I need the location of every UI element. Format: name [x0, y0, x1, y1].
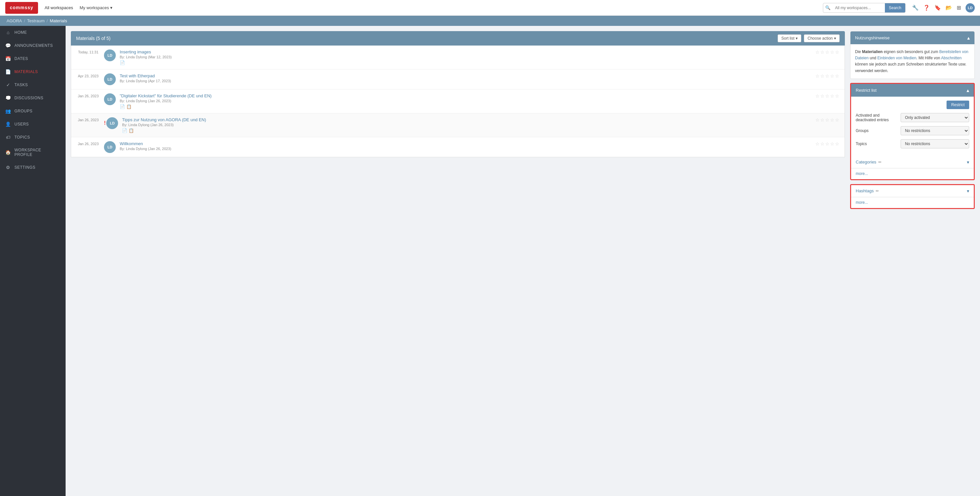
- restrict-button[interactable]: Restrict: [947, 101, 969, 109]
- star-3[interactable]: ☆: [825, 73, 829, 79]
- hashtags-chevron[interactable]: [967, 189, 969, 193]
- star-1[interactable]: ☆: [815, 73, 819, 79]
- star-5[interactable]: ☆: [835, 49, 839, 55]
- sidebar-item-dates[interactable]: 📅 DATES: [0, 52, 65, 65]
- sidebar-item-announcements[interactable]: 💬 ANNOUNCEMENTS: [0, 39, 65, 52]
- hashtags-title: Hashtags ✏: [856, 189, 886, 193]
- all-workspaces-link[interactable]: All workspaces: [45, 5, 73, 10]
- list-item: Today, 11:31 LD Inserting images By: Lin…: [71, 46, 845, 70]
- search-button[interactable]: Search: [885, 3, 905, 13]
- star-4[interactable]: ☆: [830, 117, 834, 122]
- wrench-icon[interactable]: 🔧: [912, 5, 919, 11]
- user-avatar[interactable]: LD: [966, 3, 975, 13]
- link-abschnitten[interactable]: Abschnitten: [941, 56, 962, 60]
- star-4[interactable]: ☆: [830, 141, 834, 146]
- sort-list-button[interactable]: Sort list ▾: [778, 35, 801, 42]
- star-5[interactable]: ☆: [835, 73, 839, 79]
- info-panel: Nutzungshinweise Die Materialien eignen …: [850, 31, 975, 79]
- breadcrumb-agora[interactable]: AGORA: [6, 18, 22, 23]
- content-area: Materials (5 of 5) Sort list ▾ Choose ac…: [65, 26, 980, 496]
- star-2[interactable]: ☆: [820, 93, 824, 98]
- item-date: Apr 23, 2023: [76, 73, 100, 78]
- star-3[interactable]: ☆: [825, 141, 829, 146]
- bookmark-icon[interactable]: 🔖: [934, 5, 941, 11]
- item-meta: By: Linda Dylong (Jan 26, 2023): [122, 123, 811, 127]
- users-icon: 👤: [5, 122, 11, 127]
- info-panel-toggle[interactable]: [967, 35, 970, 41]
- star-5[interactable]: ☆: [835, 117, 839, 122]
- top-navigation: commssy All workspaces My workspaces ▾ 🔍…: [0, 0, 980, 16]
- sidebar-label-discussions: DISCUSSIONS: [14, 96, 43, 100]
- item-title-link[interactable]: "Digitaler Kickstart" für Studierende (D…: [120, 93, 212, 98]
- materials-header: Materials (5 of 5) Sort list ▾ Choose ac…: [71, 31, 845, 46]
- restrict-panel-toggle[interactable]: [967, 87, 969, 93]
- star-1[interactable]: ☆: [815, 117, 819, 122]
- item-title-link[interactable]: Tipps zur Nutzung von AGORA (DE und EN): [122, 117, 206, 122]
- home-icon: ⌂: [5, 30, 11, 35]
- breadcrumb-sep-1: /: [24, 18, 25, 23]
- star-2[interactable]: ☆: [820, 141, 824, 146]
- star-3[interactable]: ☆: [825, 117, 829, 122]
- sidebar-item-tasks[interactable]: ✓ TASKS: [0, 78, 65, 91]
- grid-icon[interactable]: ⊞: [957, 5, 961, 11]
- star-5[interactable]: ☆: [835, 141, 839, 146]
- star-1[interactable]: ☆: [815, 141, 819, 146]
- star-4[interactable]: ☆: [830, 49, 834, 55]
- file-icon-1: 📄: [120, 104, 125, 109]
- my-workspaces-dropdown[interactable]: My workspaces ▾: [80, 5, 113, 10]
- sidebar-item-workspace-profile[interactable]: 🏠 WORKSPACE PROFILE: [0, 144, 65, 161]
- star-2[interactable]: ☆: [820, 117, 824, 122]
- materials-list: Today, 11:31 LD Inserting images By: Lin…: [71, 46, 845, 157]
- categories-more-link[interactable]: more...: [856, 171, 868, 176]
- help-icon[interactable]: ❓: [923, 5, 930, 11]
- star-3[interactable]: ☆: [825, 93, 829, 98]
- logo[interactable]: commssy: [5, 2, 38, 14]
- categories-title: Categories ✏: [856, 160, 889, 165]
- hashtags-more-link[interactable]: more...: [856, 200, 868, 205]
- star-3[interactable]: ☆: [825, 49, 829, 55]
- sidebar-item-users[interactable]: 👤 USERS: [0, 117, 65, 131]
- item-title-link[interactable]: Willkommen: [120, 141, 143, 146]
- file-icon-2: 📋: [126, 104, 132, 109]
- star-4[interactable]: ☆: [830, 73, 834, 79]
- sidebar-item-home[interactable]: ⌂ HOME: [0, 26, 65, 39]
- avatar: LD: [106, 117, 118, 129]
- item-date: Today, 11:31: [76, 49, 100, 54]
- alert-icon: !: [104, 120, 106, 126]
- star-2[interactable]: ☆: [820, 49, 824, 55]
- link-einbinden[interactable]: Einbinden von Medien: [877, 56, 916, 60]
- avatar: LD: [104, 93, 116, 105]
- top-nav-icons: 🔧 ❓ 🔖 📂 ⊞ LD: [912, 3, 975, 13]
- hashtags-edit-icon[interactable]: ✏: [876, 189, 879, 193]
- folder-icon[interactable]: 📂: [945, 5, 952, 11]
- sidebar-item-settings[interactable]: ⚙ SETTINGS: [0, 161, 65, 174]
- item-content: Test with Etherpad By: Linda Dylong (Apr…: [120, 73, 811, 83]
- restrict-select-topics[interactable]: No restrictions: [900, 139, 969, 148]
- item-title-link[interactable]: Inserting images: [120, 49, 151, 54]
- categories-body: more...: [851, 168, 974, 179]
- categories-edit-icon[interactable]: ✏: [878, 160, 881, 165]
- sidebar-item-discussions[interactable]: 💭 DISCUSSIONS: [0, 91, 65, 105]
- restrict-select-activated[interactable]: Only activated All entries Only deactiva…: [900, 113, 969, 122]
- star-1[interactable]: ☆: [815, 93, 819, 98]
- item-title-link[interactable]: Test with Etherpad: [120, 73, 155, 78]
- breadcrumb-testraum[interactable]: Testraum: [27, 18, 45, 23]
- star-2[interactable]: ☆: [820, 73, 824, 79]
- star-4[interactable]: ☆: [830, 93, 834, 98]
- star-5[interactable]: ☆: [835, 93, 839, 98]
- choose-action-button[interactable]: Choose action ▾: [804, 35, 840, 42]
- item-date: Jan 26, 2023: [76, 141, 100, 146]
- restrict-select-groups[interactable]: No restrictions: [900, 126, 969, 135]
- star-1[interactable]: ☆: [815, 49, 819, 55]
- sidebar-item-groups[interactable]: 👥 GROUPS: [0, 105, 65, 117]
- restrict-panel-title: Restrict list: [856, 88, 877, 93]
- sidebar-label-dates: DATES: [14, 56, 28, 61]
- search-input[interactable]: [832, 6, 885, 10]
- item-rating: ☆ ☆ ☆ ☆ ☆: [815, 117, 839, 122]
- file-icon-1: 📄: [122, 128, 127, 133]
- item-rating: ☆ ☆ ☆ ☆ ☆: [815, 93, 839, 98]
- sidebar-item-materials[interactable]: 📄 MATERIALS: [0, 65, 65, 78]
- categories-chevron[interactable]: [967, 160, 969, 165]
- avatar: LD: [104, 141, 116, 153]
- sidebar-item-topics[interactable]: 🏷 TOPICS: [0, 131, 65, 144]
